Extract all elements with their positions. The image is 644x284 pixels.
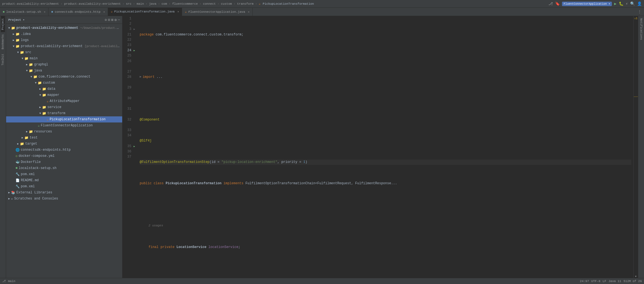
tree-item-target[interactable]: ▶ 📁 target [6,141,122,147]
hide-panel-icon[interactable]: — [118,18,120,22]
tree-item-pom-xml-root[interactable]: 🔧 pom.xml [6,183,122,190]
class-name: PickupLocationTransformation [166,181,222,186]
sidebar-tab-project[interactable]: Project [1,16,5,32]
git-branch-name[interactable]: main [8,280,15,283]
sidebar-tab-toolkit[interactable]: Toolkit [1,52,5,68]
tab-more-button[interactable]: ⋮ [635,8,644,16]
tree-item-name: custom [43,81,55,85]
line-number: 22 [122,37,134,43]
tree-item-module[interactable]: ▼ 📁 product-availability-enrichment [pro… [6,43,122,49]
gutter-fold-3[interactable]: ▶ [134,28,137,31]
breadcrumb-active-item[interactable]: PickupLocationTransformation [263,2,314,6]
tree-item-localstack-sh[interactable]: ■ localstack-setup.sh [6,165,122,171]
run-config-selector[interactable]: FluentConnectorApplication ▾ [562,2,612,6]
code-text: ... [391,181,397,186]
breadcrumb-item[interactable]: com [162,2,167,6]
search-everywhere-icon[interactable]: 🔍 [630,1,635,6]
project-dropdown-icon[interactable]: ▾ [23,18,25,22]
fold-icon[interactable]: ▶ [140,75,142,80]
tab-localstack[interactable]: ■ localstack-setup.sh ✕ [0,8,48,16]
tab-pickup-transformation[interactable]: ☕ PickupLocationTransformation.java ✕ [108,8,182,16]
expand-all-icon[interactable]: ⊞ [111,18,114,22]
breadcrumb-item[interactable]: fluentcommerce [172,2,198,6]
tab-connectsdk[interactable]: ■ connectsdk-endpoints.http ✕ [48,8,108,16]
locate-file-icon[interactable]: ⊙ [105,18,107,22]
close-icon[interactable]: ✕ [44,10,45,14]
tree-item-src[interactable]: ▼ 📁 src [6,49,122,55]
breadcrumb-sep: › [218,2,219,6]
tree-item-readme[interactable]: 📄 README.md [6,177,122,183]
folder-icon: 📁 [42,105,46,109]
breadcrumb-item[interactable]: src [126,2,132,6]
line-number: 33 [122,128,134,133]
tree-item-name: graphql [34,63,48,66]
tree-item-custom[interactable]: ▼ 📁 custom [6,80,122,86]
breadcrumb-item[interactable]: main [137,2,144,6]
code-content[interactable]: package com.fluentcommerce.connect.custo… [137,16,633,278]
keyword-class: class [154,181,163,186]
bookmark-icon[interactable]: 🔖 [555,1,560,6]
annotation-component: @Component [140,117,160,122]
param-priority: priority [281,160,297,165]
tree-item-attribute-mapper[interactable]: ☕ AttributeMapper [6,98,122,104]
tree-item-test[interactable]: ▶ 📁 test [6,135,122,141]
tree-item-graphql[interactable]: ▶ 📁 graphql [6,62,122,68]
settings-icon[interactable]: ⚙ [114,18,117,22]
scroll-down-button[interactable]: ▼ [635,275,637,278]
gutter-run-24[interactable]: ▶ [134,49,137,52]
sidebar-tab-bookmarks[interactable]: Bookmarks [1,32,5,52]
breadcrumb-item[interactable]: product-availability-enrichment [64,2,121,6]
close-icon[interactable]: ✕ [177,10,179,13]
tree-item-pom-xml[interactable]: 🔧 pom.xml [6,171,122,177]
tree-item-root[interactable]: ▼ 📁 product-availability-enrichment ~/Do… [6,25,122,31]
collapse-all-icon[interactable]: ⊟ [108,18,110,22]
docker-icon: 🐳 [16,160,20,164]
breadcrumb-item[interactable]: transform [237,2,253,6]
tree-item-transform[interactable]: ▼ 📁 transform [6,110,122,116]
tree-item-com-fluent[interactable]: ▼ 📁 com.fluentcommerce.connect [6,74,122,80]
tab-fluent-connector[interactable]: ☕ FluentConnectorApplication.java ✕ [182,8,252,16]
tree-item-service[interactable]: ▶ 📁 service [6,104,122,110]
tree-item-java[interactable]: ▼ 📁 java [6,68,122,74]
tree-item-main[interactable]: ▼ 📁 main [6,55,122,62]
run-button[interactable]: ▶ [614,1,616,6]
breadcrumb-item[interactable]: java [149,2,156,6]
tree-item-scratches[interactable]: ▶ ✏ Scratches and Consoles [6,196,122,202]
warning-indicator[interactable]: ⚠ 1 [633,16,638,20]
tree-item-dockerfile[interactable]: 🐳 Dockerfile [6,159,122,165]
vcs-icon[interactable]: ⎇ [548,1,553,6]
usage-hint-text: 2 usages [149,223,163,228]
close-icon[interactable]: ✕ [248,10,250,14]
tree-item-logs[interactable]: ▶ 📁 logs [6,37,122,43]
folder-icon: 📁 [38,81,42,85]
tree-item-idea[interactable]: ▶ 📁 .idea [6,31,122,37]
tree-item-mapper[interactable]: ▼ 📁 mapper [6,92,122,98]
tree-item-pickup-transformation[interactable]: ☕ PickupLocationTransformation [6,116,122,122]
tab-label: connectsdk-endpoints.http [55,10,101,14]
tree-item-resources[interactable]: ▶ 📁 resources [6,129,122,135]
breadcrumb-item[interactable]: custom [221,2,232,6]
java-version-indicator: Java 11 [609,280,621,283]
line-number: 27 [122,69,134,75]
tree-item-ext-libraries[interactable]: ▶ 📚 External Libraries [6,190,122,196]
tree-item-data[interactable]: ▶ 📁 data [6,86,122,92]
tree-item-fluent-app[interactable]: ☕ FluentConnectorApplication [6,122,122,129]
tree-item-docker-compose[interactable]: ⚙ docker-compose.yml [6,153,122,159]
breadcrumb-item[interactable]: connect [203,2,216,6]
account-icon[interactable]: 👤 [637,1,642,6]
scroll-minimap[interactable] [634,20,638,275]
http-file-icon: 🌐 [16,148,20,152]
keyword-private: private [160,245,174,250]
breadcrumb-class-icon: ☕ [259,2,260,6]
coverage-button[interactable]: ⚡ [626,1,628,6]
minimap-marker [634,96,638,97]
code-editor[interactable]: 1 2 3 ▶ 21 22 [122,16,638,278]
right-sidebar-tab-notifications[interactable]: Notifications [639,16,643,42]
git-branch-icon: ⎇ [2,279,6,283]
project-title: Project [8,18,21,22]
tree-item-connectsdk-http[interactable]: 🌐 connectsdk-endpoints.http [6,147,122,153]
gutter-run-35[interactable]: ▶ [134,145,137,148]
close-icon[interactable]: ✕ [103,10,105,14]
debug-button[interactable]: 🐛 [619,1,623,6]
breadcrumb-item[interactable]: product-availability-enrichment [2,2,59,6]
